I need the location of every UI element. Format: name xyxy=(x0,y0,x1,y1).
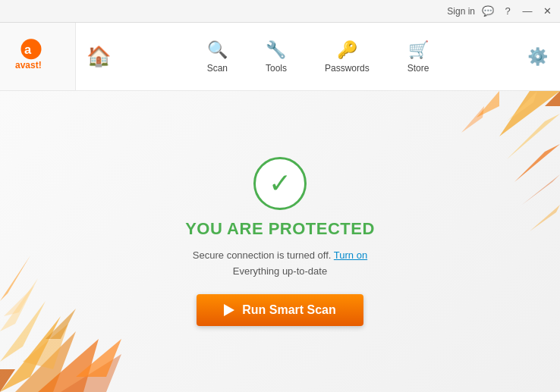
avast-logo: a avast! xyxy=(15,36,61,77)
decoration-left xyxy=(0,180,152,392)
secure-connection-text: Secure connection is turned off. xyxy=(193,249,332,261)
scan-icon: 🔍 xyxy=(207,40,228,60)
logo-area: a avast! xyxy=(0,23,76,90)
passwords-icon: 🔑 xyxy=(337,40,357,60)
nav-area: 🔍 Scan 🔧 Tools 🔑 Passwords 🛒 Store xyxy=(121,23,514,90)
store-icon: 🛒 xyxy=(408,40,429,60)
svg-marker-13 xyxy=(4,286,34,316)
chat-icon[interactable]: 💬 xyxy=(481,5,495,18)
scan-label: Scan xyxy=(207,63,228,74)
svg-marker-16 xyxy=(507,114,560,159)
svg-marker-20 xyxy=(522,174,560,205)
svg-marker-15 xyxy=(499,91,560,136)
run-smart-scan-button[interactable]: Run Smart Scan xyxy=(197,294,363,326)
main-content: ✓ YOU ARE PROTECTED Secure connection is… xyxy=(0,91,560,392)
svg-marker-10 xyxy=(23,324,68,369)
play-icon xyxy=(224,304,234,316)
title-bar: Sign in 💬 ? — ✕ xyxy=(0,0,560,23)
check-mark-icon: ✓ xyxy=(269,170,291,197)
svg-marker-21 xyxy=(477,91,499,118)
you-are-text: YOU ARE xyxy=(185,219,269,238)
svg-marker-7 xyxy=(0,278,38,331)
protection-check-circle: ✓ xyxy=(253,157,307,210)
turn-on-link[interactable]: Turn on xyxy=(334,249,367,261)
up-to-date-text: Everything up-to-date xyxy=(233,265,327,277)
status-lines: Secure connection is turned off. Turn on… xyxy=(193,248,367,280)
passwords-label: Passwords xyxy=(325,63,370,74)
minimize-button[interactable]: — xyxy=(521,5,534,18)
header: a avast! 🏠 🔍 Scan 🔧 Tools 🔑 Passwords 🛒 … xyxy=(0,23,560,91)
home-icon[interactable]: 🏠 xyxy=(87,45,111,68)
svg-marker-18 xyxy=(514,144,560,182)
title-bar-actions: Sign in 💬 ? — ✕ xyxy=(447,5,554,18)
svg-marker-22 xyxy=(530,205,560,231)
decoration-right xyxy=(423,91,560,288)
svg-text:a: a xyxy=(24,42,32,56)
scan-button-label: Run Smart Scan xyxy=(242,303,336,317)
svg-marker-3 xyxy=(0,316,61,392)
tools-label: Tools xyxy=(266,63,287,74)
protection-title: YOU ARE PROTECTED xyxy=(185,219,375,239)
store-label: Store xyxy=(407,63,429,74)
settings-area[interactable]: ⚙️ xyxy=(514,23,560,90)
nav-item-tools[interactable]: 🔧 Tools xyxy=(250,23,302,90)
svg-marker-4 xyxy=(15,331,76,392)
sign-in-link[interactable]: Sign in xyxy=(447,6,475,17)
settings-icon[interactable]: ⚙️ xyxy=(527,47,548,67)
tools-icon: 🔧 xyxy=(266,40,286,60)
protected-text: PROTECTED xyxy=(269,219,375,238)
svg-marker-19 xyxy=(507,91,537,121)
home-area[interactable]: 🏠 xyxy=(76,23,121,90)
nav-item-passwords[interactable]: 🔑 Passwords xyxy=(310,23,385,90)
svg-marker-11 xyxy=(76,339,121,377)
svg-marker-8 xyxy=(61,354,121,392)
svg-marker-9 xyxy=(0,256,30,301)
svg-text:avast!: avast! xyxy=(15,60,42,71)
svg-marker-23 xyxy=(461,106,484,133)
close-button[interactable]: ✕ xyxy=(540,5,554,18)
nav-item-scan[interactable]: 🔍 Scan xyxy=(192,23,243,90)
svg-marker-17 xyxy=(484,91,522,129)
center-content: ✓ YOU ARE PROTECTED Secure connection is… xyxy=(185,157,375,327)
svg-marker-14 xyxy=(46,309,76,339)
help-button[interactable]: ? xyxy=(501,5,514,18)
svg-marker-12 xyxy=(0,369,15,392)
svg-marker-6 xyxy=(38,339,99,392)
nav-item-store[interactable]: 🛒 Store xyxy=(392,23,445,90)
svg-marker-5 xyxy=(0,301,46,362)
svg-marker-24 xyxy=(545,91,560,106)
